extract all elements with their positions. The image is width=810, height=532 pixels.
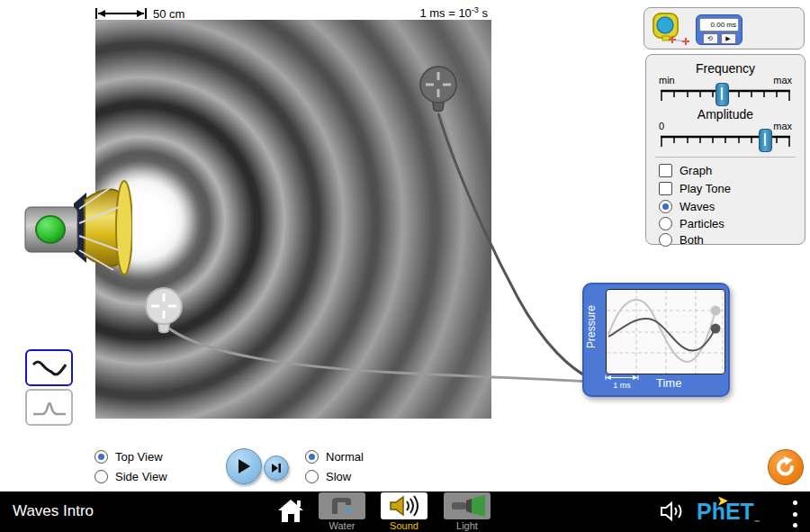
step-forward-icon [271, 463, 282, 473]
time-units-note: 1 ms = 10-3 s [419, 5, 488, 20]
particles-radio-label: Particles [680, 217, 724, 230]
dark-trace-dot [711, 324, 721, 334]
stopwatch[interactable]: 0.00 ms ⟲ ▶ [696, 14, 742, 45]
play-icon [237, 458, 251, 474]
control-panel: Frequency min max Amplitude 0 max [645, 54, 806, 245]
tab-water[interactable]: Water [319, 492, 365, 531]
particles-radio[interactable] [659, 217, 672, 230]
play-tone-checkbox-label: Play Tone [680, 182, 731, 195]
tab-light[interactable]: Light [444, 492, 490, 531]
pulse-wave-button[interactable] [25, 389, 73, 426]
particles-radio-row[interactable]: Particles [659, 216, 724, 230]
mute-button[interactable] [660, 500, 687, 522]
measuring-tape-icon[interactable] [652, 12, 695, 46]
graph-x-axis-label: Time [656, 376, 681, 390]
reset-icon [775, 456, 796, 478]
side-view-label: Side View [115, 470, 167, 483]
light-trace-dot [711, 306, 721, 316]
waves-radio-label: Waves [680, 200, 715, 213]
sine-wave-icon [32, 357, 68, 379]
frequency-max-label: max [773, 75, 792, 86]
sound-speaker-icon [388, 494, 420, 518]
normal-speed-radio[interactable] [305, 450, 319, 464]
frequency-label: Frequency [646, 61, 805, 76]
graph-time-scale: 1 ms [604, 374, 640, 389]
continuous-wave-button[interactable] [25, 349, 73, 386]
pressure-graph-panel[interactable]: Pressure 1 ms Time [582, 283, 730, 397]
amplitude-slider-thumb[interactable] [759, 129, 772, 152]
light-flashlight-icon [448, 494, 486, 518]
graph-checkbox-label: Graph [680, 164, 712, 177]
play-button[interactable] [226, 448, 262, 484]
top-view-label: Top View [115, 450, 163, 464]
top-view-radio-row[interactable]: Top View [94, 450, 163, 464]
both-radio-label: Both [680, 233, 704, 247]
tab-sound[interactable]: Sound [381, 492, 428, 531]
scale-arrow-icon [95, 7, 148, 20]
home-icon [277, 499, 304, 524]
frequency-slider[interactable] [660, 89, 791, 102]
phet-logo[interactable]: PhET™ ➤ [697, 499, 760, 525]
both-radio-row[interactable]: Both [659, 232, 704, 247]
side-view-radio[interactable] [94, 470, 108, 483]
amplitude-slider[interactable] [660, 135, 791, 148]
slow-speed-label: Slow [326, 470, 351, 483]
stopwatch-display: 0.00 ms [699, 18, 739, 32]
step-forward-button[interactable] [264, 455, 289, 481]
normal-speed-radio-row[interactable]: Normal [305, 450, 364, 464]
both-radio[interactable] [659, 233, 672, 247]
navigation-bar: Waves Intro Water Sound [0, 491, 810, 532]
sound-on-icon [660, 500, 687, 522]
sound-probe-light[interactable] [142, 284, 187, 340]
speaker[interactable] [20, 169, 132, 286]
pulse-icon [32, 397, 68, 419]
tab-sound-label: Sound [381, 520, 428, 531]
side-view-radio-row[interactable]: Side View [94, 470, 167, 483]
scale-bar: 50 cm [95, 6, 230, 21]
stopwatch-play-button[interactable]: ▶ [721, 33, 736, 44]
slow-speed-radio[interactable] [305, 470, 319, 483]
play-tone-checkbox-row[interactable]: Play Tone [659, 181, 731, 195]
graph-plot-area [606, 289, 725, 374]
play-tone-checkbox[interactable] [659, 182, 672, 195]
menu-button[interactable] [788, 499, 801, 529]
graph-y-axis-label: Pressure [585, 295, 598, 358]
frequency-slider-thumb[interactable] [716, 83, 729, 106]
waves-radio-row[interactable]: Waves [659, 199, 715, 213]
light-probe-trace [608, 300, 716, 362]
tab-water-label: Water [319, 520, 365, 531]
graph-checkbox-row[interactable]: Graph [659, 163, 712, 177]
waves-radio[interactable] [659, 200, 672, 213]
reset-all-button[interactable] [768, 449, 804, 485]
slow-speed-radio-row[interactable]: Slow [305, 470, 351, 483]
normal-speed-label: Normal [326, 450, 364, 464]
phet-logo-arrow: ➤ [717, 493, 728, 508]
panel-divider [655, 157, 796, 158]
frequency-min-label: min [659, 75, 675, 86]
graph-checkbox[interactable] [659, 164, 672, 177]
sound-probe-dark[interactable] [417, 63, 462, 119]
amplitude-min-label: 0 [659, 121, 664, 131]
amplitude-label: Amplitude [646, 107, 805, 122]
toolbox-panel: 0.00 ms ⟲ ▶ [644, 7, 805, 50]
stopwatch-reset-button[interactable]: ⟲ [703, 33, 718, 44]
amplitude-max-label: max [773, 121, 792, 131]
dark-probe-trace [608, 319, 716, 350]
home-button[interactable] [277, 499, 304, 524]
tab-light-label: Light [444, 520, 490, 531]
sim-title: Waves Intro [13, 502, 94, 520]
water-faucet-icon [327, 494, 357, 518]
top-view-radio[interactable] [94, 450, 108, 464]
scale-label: 50 cm [153, 7, 184, 21]
